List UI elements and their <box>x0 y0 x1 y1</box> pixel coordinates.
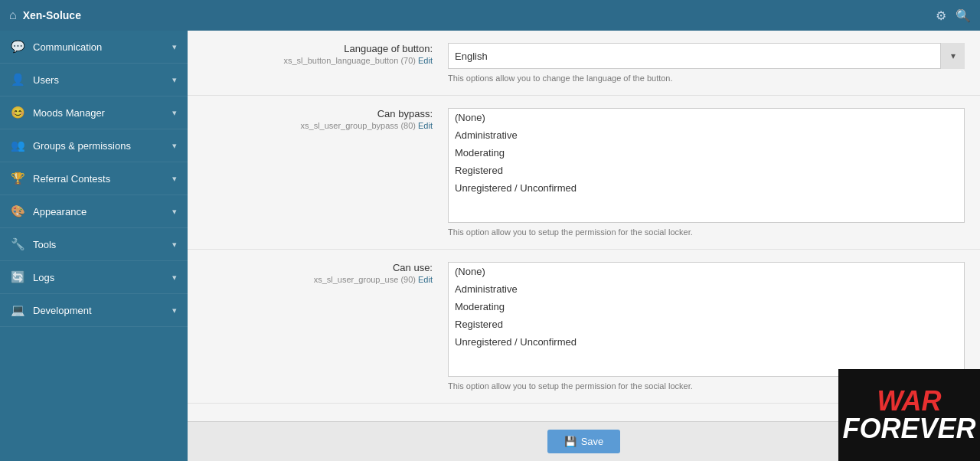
bypass-label: Can bypass: <box>203 108 433 119</box>
home-icon[interactable]: ⌂ <box>9 8 17 22</box>
communication-icon: 💬 <box>11 40 25 54</box>
bypass-listbox[interactable]: (None) Administrative Moderating Registe… <box>448 108 965 223</box>
sidebar-item-referral[interactable]: 🏆 Referral Contests ▾ <box>0 162 188 195</box>
sidebar-label-users: Users <box>33 74 59 86</box>
sidebar: 💬 Communication ▾ 👤 Users ▾ 😊 Moods Mana… <box>0 31 188 461</box>
watermark-war: WAR <box>842 387 975 415</box>
groups-icon: 👥 <box>11 139 25 152</box>
header-left: ⌂ Xen-Soluce <box>9 8 81 22</box>
canuse-sublabel: xs_sl_user_group_use (90) Edit <box>203 275 433 284</box>
listbox-item[interactable]: (None) <box>449 109 964 126</box>
sidebar-label-groups: Groups & permissions <box>33 140 131 152</box>
sidebar-label-appearance: Appearance <box>33 206 87 217</box>
sidebar-item-communication[interactable]: 💬 Communication ▾ <box>0 31 188 64</box>
save-icon: 💾 <box>564 436 577 447</box>
chevron-tools: ▾ <box>172 240 177 250</box>
sidebar-item-development[interactable]: 💻 Development ▾ <box>0 294 188 327</box>
chevron-referral: ▾ <box>172 174 177 184</box>
watermark-forever: FOREVER <box>842 415 975 443</box>
sidebar-label-referral: Referral Contests <box>33 173 110 185</box>
bypass-edit-link[interactable]: Edit <box>418 121 433 130</box>
settings-icon[interactable]: ⚙ <box>936 8 946 23</box>
language-description: This options allow you to change the lan… <box>448 74 965 83</box>
sidebar-label-development: Development <box>33 305 92 316</box>
sidebar-label-logs: Logs <box>33 272 54 283</box>
language-sublabel: xs_sl_button_language_button (70) Edit <box>203 56 433 65</box>
listbox-item[interactable]: Administrative <box>449 280 964 298</box>
watermark: WAR FOREVER <box>838 369 980 461</box>
app-title: Xen-Soluce <box>23 9 81 21</box>
listbox-item[interactable]: Registered <box>449 162 964 179</box>
language-select[interactable]: English <box>448 43 965 69</box>
sidebar-item-appearance[interactable]: 🎨 Appearance ▾ <box>0 195 188 228</box>
listbox-item[interactable]: Moderating <box>449 144 964 162</box>
sidebar-label-communication: Communication <box>33 41 102 53</box>
users-icon: 👤 <box>11 73 25 87</box>
logs-icon: 🔄 <box>11 270 25 284</box>
header: ⌂ Xen-Soluce ⚙ 🔍 <box>0 0 980 31</box>
form-row-bypass: Can bypass: xs_sl_user_group_bypass (80)… <box>188 96 980 250</box>
save-button[interactable]: 💾 Save <box>547 430 621 453</box>
language-edit-link[interactable]: Edit <box>418 56 433 65</box>
layout: 💬 Communication ▾ 👤 Users ▾ 😊 Moods Mana… <box>0 31 980 461</box>
form-section: Language of button: xs_sl_button_languag… <box>188 31 980 421</box>
chevron-logs: ▾ <box>172 273 177 283</box>
sidebar-label-moods: Moods Manager <box>33 107 105 119</box>
chevron-development: ▾ <box>172 306 177 316</box>
listbox-item[interactable]: Administrative <box>449 126 964 144</box>
listbox-item[interactable]: Registered <box>449 316 964 333</box>
sidebar-item-users[interactable]: 👤 Users ▾ <box>0 64 188 96</box>
canuse-listbox[interactable]: (None) Administrative Moderating Registe… <box>448 262 965 377</box>
listbox-item[interactable]: Unregistered / Unconfirmed <box>449 179 964 197</box>
listbox-item[interactable]: Unregistered / Unconfirmed <box>449 333 964 351</box>
sidebar-item-groups[interactable]: 👥 Groups & permissions ▾ <box>0 129 188 162</box>
appearance-icon: 🎨 <box>11 204 25 218</box>
listbox-item[interactable]: (None) <box>449 263 964 280</box>
canuse-label: Can use: <box>203 262 433 273</box>
moods-icon: 😊 <box>11 106 25 119</box>
search-icon[interactable]: 🔍 <box>956 8 971 23</box>
bypass-sublabel: xs_sl_user_group_bypass (80) Edit <box>203 121 433 130</box>
sidebar-item-logs[interactable]: 🔄 Logs ▾ <box>0 261 188 294</box>
chevron-users: ▾ <box>172 75 177 85</box>
chevron-groups: ▾ <box>172 141 177 151</box>
bypass-description: This option allow you to setup the permi… <box>448 227 965 237</box>
save-label: Save <box>581 436 604 447</box>
language-label: Language of button: <box>203 43 433 54</box>
sidebar-item-moods[interactable]: 😊 Moods Manager ▾ <box>0 96 188 129</box>
sidebar-label-tools: Tools <box>33 239 56 250</box>
development-icon: 💻 <box>11 303 25 317</box>
chevron-communication: ▾ <box>172 42 177 52</box>
sidebar-item-tools[interactable]: 🔧 Tools ▾ <box>0 228 188 261</box>
canuse-edit-link[interactable]: Edit <box>418 275 433 284</box>
chevron-moods: ▾ <box>172 108 177 118</box>
listbox-item[interactable]: Moderating <box>449 298 964 316</box>
chevron-appearance: ▾ <box>172 207 177 217</box>
language-select-wrapper: English ▾ <box>448 43 965 69</box>
referral-icon: 🏆 <box>11 172 25 185</box>
header-icons: ⚙ 🔍 <box>936 8 971 23</box>
form-row-language: Language of button: xs_sl_button_languag… <box>188 31 980 96</box>
tools-icon: 🔧 <box>11 237 25 251</box>
